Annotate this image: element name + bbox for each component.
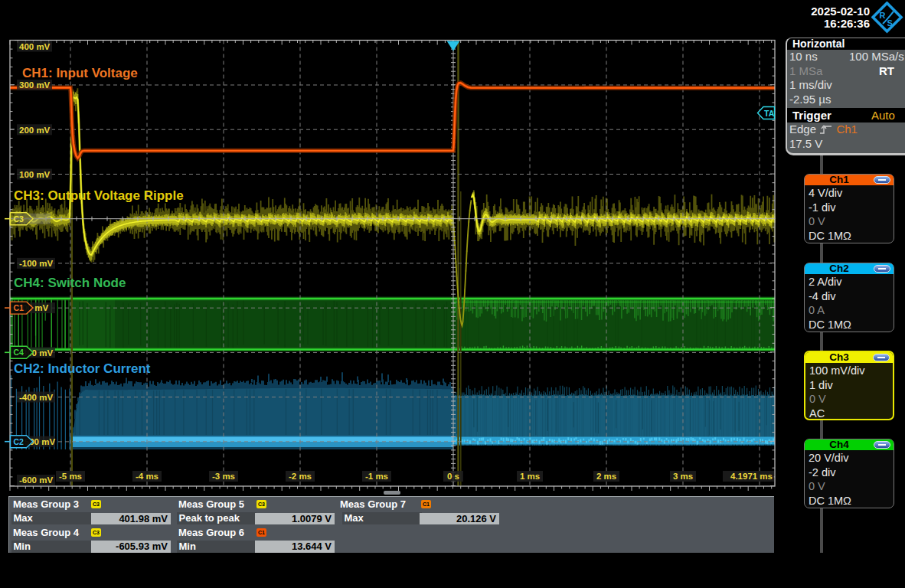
svg-text:0 s: 0 s [447, 472, 459, 481]
svg-text:-100 mV: -100 mV [19, 259, 53, 268]
svg-text:300 mV: 300 mV [19, 80, 51, 90]
svg-text:3 ms: 3 ms [673, 472, 693, 481]
svg-text:C2: C2 [14, 437, 25, 446]
svg-text:C1: C1 [14, 303, 25, 312]
svg-text:-1 ms: -1 ms [365, 472, 388, 481]
svg-text:CH1: Input Voltage: CH1: Input Voltage [22, 66, 138, 80]
svg-text:-2 ms: -2 ms [289, 472, 312, 481]
svg-text:-3 ms: -3 ms [212, 472, 235, 481]
svg-text:-600 mV: -600 mV [19, 475, 53, 485]
svg-text:TA: TA [764, 109, 775, 118]
svg-text:1 ms: 1 ms [520, 472, 540, 481]
svg-text:2 ms: 2 ms [596, 472, 616, 481]
svg-text:CH4: Switch Node: CH4: Switch Node [14, 276, 126, 290]
svg-text:4.1971 ms: 4.1971 ms [730, 472, 773, 481]
svg-text:-4 ms: -4 ms [136, 472, 158, 481]
svg-text:-5 ms: -5 ms [59, 472, 82, 481]
svg-text:CH3: Output Voltage Ripple: CH3: Output Voltage Ripple [14, 188, 184, 203]
svg-text:200 mV: 200 mV [19, 126, 51, 135]
svg-text:R: R [880, 11, 886, 20]
svg-text:CH2: Inductor Current: CH2: Inductor Current [14, 361, 151, 376]
svg-text:-400 mV: -400 mV [19, 393, 53, 402]
svg-text:400 mV: 400 mV [19, 42, 51, 51]
svg-text:100 mV: 100 mV [19, 170, 51, 179]
svg-text:C4: C4 [14, 348, 25, 357]
svg-text:C3: C3 [14, 214, 25, 224]
svg-text:S: S [887, 18, 893, 28]
